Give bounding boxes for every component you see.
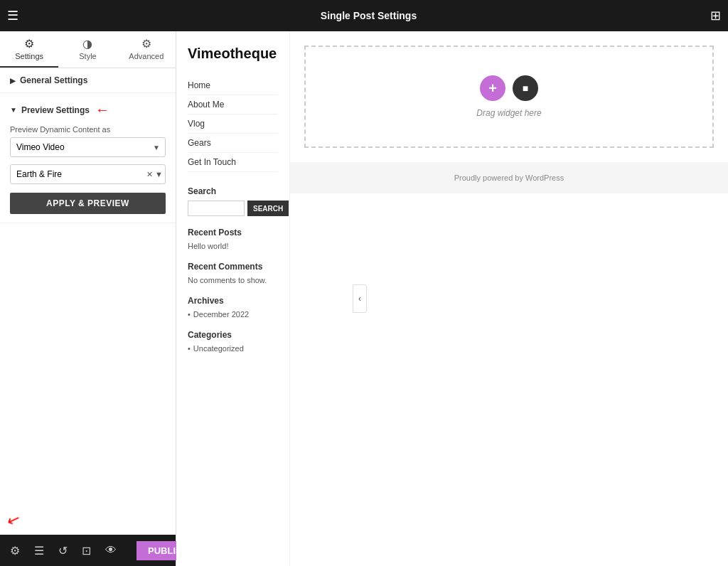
nav-get-in-touch[interactable]: Get In Touch	[188, 153, 278, 172]
settings-icon-btn[interactable]: ⚙	[7, 541, 23, 560]
nav-vlog[interactable]: Vlog	[188, 114, 278, 134]
stop-widget-button[interactable]: ■	[513, 75, 538, 101]
search-row: SEARCH	[188, 201, 278, 216]
hamburger-icon[interactable]: ☰	[7, 8, 18, 23]
drag-widget-text: Drag widget here	[476, 108, 541, 118]
advanced-tab-label: Advanced	[129, 52, 164, 60]
panel-collapse-button[interactable]: ‹	[353, 284, 367, 313]
categories-widget: Categories •Uncategorized	[188, 330, 278, 353]
page-title: Single Post Settings	[27, 10, 710, 21]
style-tab-icon: ◑	[82, 37, 92, 50]
archives-item[interactable]: •December 2022	[188, 310, 278, 319]
layers-icon-btn[interactable]: ☰	[31, 541, 47, 560]
preview-settings-header[interactable]: ▼ Preview Settings ←	[10, 102, 166, 118]
general-settings-header[interactable]: ▶ General Settings	[0, 68, 176, 93]
add-widget-button[interactable]: +	[480, 75, 505, 101]
tab-advanced[interactable]: ⚙ Advanced	[117, 31, 176, 68]
red-arrow-dropdown1: ←	[173, 140, 176, 155]
site-sidebar: Vimeotheque Home About Me Vlog Gears Get…	[176, 31, 290, 566]
archives-widget: Archives •December 2022	[188, 296, 278, 319]
settings-tab-label: Settings	[15, 52, 43, 60]
content-wrapper: ‹ Vimeotheque Home About Me Vlog Gears G…	[176, 31, 728, 566]
preview-settings-label: Preview Settings	[21, 105, 90, 115]
red-arrow-annotation: ←	[95, 102, 109, 118]
recent-posts-item[interactable]: Hello world!	[188, 242, 278, 250]
dynamic-content-select[interactable]: Vimeo Video WordPress Post Custom Post	[10, 137, 166, 157]
preview-settings-arrow: ▼	[10, 106, 17, 114]
general-settings-arrow: ▶	[10, 77, 16, 85]
site-title: Vimeotheque	[188, 46, 278, 62]
panel-content: ▶ General Settings ▼ Preview Settings ← …	[0, 68, 176, 535]
no-comments-text: No comments to show.	[188, 276, 278, 284]
preview-settings-section: ▼ Preview Settings ← Preview Dynamic Con…	[0, 93, 176, 223]
recent-comments-title: Recent Comments	[188, 262, 278, 272]
preview-icon-btn[interactable]: 👁	[102, 541, 119, 560]
nav-home[interactable]: Home	[188, 76, 278, 95]
drop-zone-icons: + ■	[480, 75, 538, 101]
search-widget: Search SEARCH	[188, 186, 278, 216]
categories-title: Categories	[188, 330, 278, 340]
website-preview: Vimeotheque Home About Me Vlog Gears Get…	[176, 31, 728, 566]
tab-style[interactable]: ◑ Style	[58, 31, 117, 68]
nav-about-me[interactable]: About Me	[188, 95, 278, 114]
post-select[interactable]: Earth & Fire Hello world!	[10, 164, 166, 184]
style-tab-label: Style	[79, 52, 96, 60]
nav-gears[interactable]: Gears	[188, 134, 278, 153]
main-layout: ⚙ Settings ◑ Style ⚙ Advanced ▶ General …	[0, 31, 728, 566]
tab-settings[interactable]: ⚙ Settings	[0, 31, 58, 68]
categories-item[interactable]: •Uncategorized	[188, 344, 278, 353]
bottom-bar: ⚙ ☰ ↺ ⊡ 👁 PUBLISH ▲	[0, 535, 176, 566]
left-panel: ⚙ Settings ◑ Style ⚙ Advanced ▶ General …	[0, 31, 176, 566]
responsive-icon-btn[interactable]: ⊡	[79, 541, 94, 560]
dynamic-content-select-wrapper: Vimeo Video WordPress Post Custom Post ▼	[10, 137, 166, 157]
search-widget-title: Search	[188, 186, 278, 196]
grid-icon[interactable]: ⊞	[710, 8, 721, 23]
recent-posts-title: Recent Posts	[188, 228, 278, 237]
site-footer: Proudly powered by WordPress	[290, 162, 728, 193]
preview-area: Vimeotheque Home About Me Vlog Gears Get…	[176, 31, 728, 566]
settings-tab-icon: ⚙	[24, 37, 34, 50]
post-select-wrapper: Earth & Fire Hello world! ✕ ▼	[10, 164, 166, 184]
search-input[interactable]	[188, 201, 245, 216]
footer-text: Proudly powered by WordPress	[454, 173, 564, 182]
undo-icon-btn[interactable]: ↺	[55, 541, 70, 560]
top-bar: ☰ Single Post Settings ⊞	[0, 0, 728, 31]
tab-bar: ⚙ Settings ◑ Style ⚙ Advanced	[0, 31, 176, 68]
dynamic-content-label: Preview Dynamic Content as	[10, 125, 166, 134]
general-settings-label: General Settings	[20, 75, 87, 85]
advanced-tab-icon: ⚙	[141, 37, 151, 50]
red-arrow-dropdown2: ←	[173, 167, 176, 182]
archives-title: Archives	[188, 296, 278, 306]
drop-zone: + ■ Drag widget here	[304, 46, 714, 148]
apply-preview-button[interactable]: APPLY & PREVIEW	[10, 193, 166, 214]
recent-posts-widget: Recent Posts Hello world!	[188, 228, 278, 250]
site-nav: Home About Me Vlog Gears Get In Touch	[188, 76, 278, 172]
search-button[interactable]: SEARCH	[247, 201, 289, 216]
recent-comments-widget: Recent Comments No comments to show.	[188, 262, 278, 284]
